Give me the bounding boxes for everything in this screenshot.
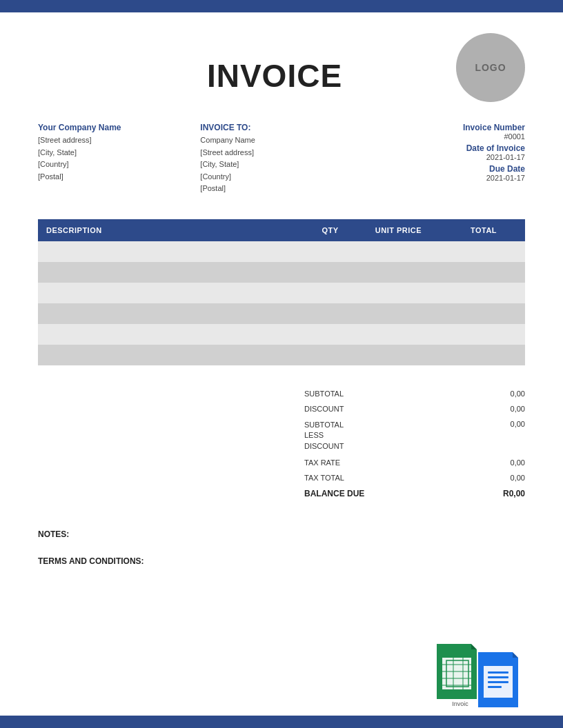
totals-section: SUBTOTAL 0,00 DISCOUNT 0,00 SUBTOTALLESS… <box>38 386 525 502</box>
discount-value: 0,00 <box>511 405 525 413</box>
from-address: Your Company Name [Street address] [City… <box>38 123 200 195</box>
svg-rect-14 <box>488 676 508 678</box>
row5-price <box>355 324 442 345</box>
totals-table: SUBTOTAL 0,00 DISCOUNT 0,00 SUBTOTALLESS… <box>304 386 525 502</box>
row4-total <box>442 303 525 324</box>
row2-desc <box>38 262 306 283</box>
table-row <box>38 241 525 262</box>
table-row <box>38 283 525 303</box>
address-section: Your Company Name [Street address] [City… <box>38 123 525 195</box>
subtotal-label: SUBTOTAL <box>304 390 344 398</box>
row3-price <box>355 283 442 303</box>
tax-rate-row: TAX RATE 0,00 <box>304 455 525 470</box>
row3-total <box>442 283 525 303</box>
subtotal-less-label: SUBTOTALLESSDISCOUNT <box>304 420 344 452</box>
invoice-number-label: Invoice Number <box>363 123 525 132</box>
table-row <box>38 345 525 365</box>
col-header-total: TOTAL <box>442 219 525 241</box>
invoice-to-label: INVOICE TO: <box>200 123 362 132</box>
svg-marker-1 <box>471 644 477 649</box>
balance-due-label: BALANCE DUE <box>304 489 364 498</box>
invoice-due-date-label: Due Date <box>363 164 525 174</box>
col-header-unit-price: UNIT PRICE <box>355 219 442 241</box>
subtotal-less-row: SUBTOTALLESSDISCOUNT 0,00 <box>304 416 525 455</box>
svg-rect-15 <box>488 681 508 683</box>
table-header-row: DESCRIPTION QTY UNIT PRICE TOTAL <box>38 219 525 241</box>
row1-desc <box>38 241 306 262</box>
to-country: [Country] <box>200 171 362 183</box>
to-company-name: Company Name <box>200 134 362 147</box>
notes-section: NOTES: <box>38 529 525 539</box>
bottom-bar <box>0 716 563 728</box>
row5-desc <box>38 324 306 345</box>
to-address: INVOICE TO: Company Name [Street address… <box>200 123 362 195</box>
invoice-due-date: 2021-01-17 <box>363 174 525 182</box>
tax-total-row: TAX TOTAL 0,00 <box>304 470 525 485</box>
row3-qty <box>306 283 355 303</box>
row3-desc <box>38 283 306 303</box>
row4-price <box>355 303 442 324</box>
invoice-date-label: Date of Invoice <box>363 143 525 153</box>
row1-price <box>355 241 442 262</box>
subtotal-less-value: 0,00 <box>511 420 525 452</box>
terms-label: TERMS AND CONDITIONS: <box>38 556 525 566</box>
discount-label: DISCOUNT <box>304 405 344 413</box>
subtotal-row: SUBTOTAL 0,00 <box>304 386 525 401</box>
row6-price <box>355 345 442 365</box>
tax-total-label: TAX TOTAL <box>304 474 344 482</box>
header-section: INVOICE LOGO <box>38 33 525 102</box>
docs-icon-wrapper <box>478 652 525 707</box>
to-postal: [Postal] <box>200 183 362 195</box>
notes-label: NOTES: <box>38 529 525 539</box>
tax-total-value: 0,00 <box>511 474 525 482</box>
svg-rect-16 <box>488 686 502 688</box>
discount-row: DISCOUNT 0,00 <box>304 401 525 416</box>
row2-total <box>442 262 525 283</box>
row4-desc <box>38 303 306 324</box>
row5-qty <box>306 324 355 345</box>
to-city: [City, State] <box>200 159 362 171</box>
table-row <box>38 303 525 324</box>
to-street: [Street address] <box>200 147 362 159</box>
sheets-label: Invoic <box>452 700 468 707</box>
from-country: [Country] <box>38 159 200 171</box>
tax-rate-label: TAX RATE <box>304 458 340 467</box>
row6-desc <box>38 345 306 365</box>
row1-total <box>442 241 525 262</box>
svg-marker-11 <box>513 652 518 658</box>
from-postal: [Postal] <box>38 171 200 183</box>
sheets-icon <box>437 644 484 699</box>
terms-section: TERMS AND CONDITIONS: <box>38 556 525 566</box>
row1-qty <box>306 241 355 262</box>
logo-placeholder: LOGO <box>456 33 525 102</box>
col-header-qty: QTY <box>306 219 355 241</box>
col-header-description: DESCRIPTION <box>38 219 306 241</box>
balance-due-row: BALANCE DUE R0,00 <box>304 485 525 502</box>
sheets-icon-wrapper: Invoic <box>437 644 484 707</box>
app-icons-area: Invoic <box>437 644 525 707</box>
docs-icon <box>478 652 525 707</box>
invoice-table: DESCRIPTION QTY UNIT PRICE TOTAL <box>38 219 525 365</box>
row5-total <box>442 324 525 345</box>
top-bar <box>0 0 563 12</box>
balance-due-value: R0,00 <box>503 489 525 498</box>
invoice-title: INVOICE <box>152 43 342 94</box>
from-company-name: Your Company Name <box>38 123 200 132</box>
table-row <box>38 262 525 283</box>
row6-qty <box>306 345 355 365</box>
from-street: [Street address] <box>38 134 200 147</box>
table-row <box>38 324 525 345</box>
svg-rect-13 <box>488 671 508 674</box>
row4-qty <box>306 303 355 324</box>
row6-total <box>442 345 525 365</box>
invoice-meta: Invoice Number #0001 Date of Invoice 202… <box>363 123 525 195</box>
row2-price <box>355 262 442 283</box>
row2-qty <box>306 262 355 283</box>
subtotal-value: 0,00 <box>511 390 525 398</box>
invoice-number: #0001 <box>363 132 525 141</box>
tax-rate-value: 0,00 <box>511 458 525 467</box>
invoice-date: 2021-01-17 <box>363 153 525 161</box>
from-city: [City, State] <box>38 147 200 159</box>
